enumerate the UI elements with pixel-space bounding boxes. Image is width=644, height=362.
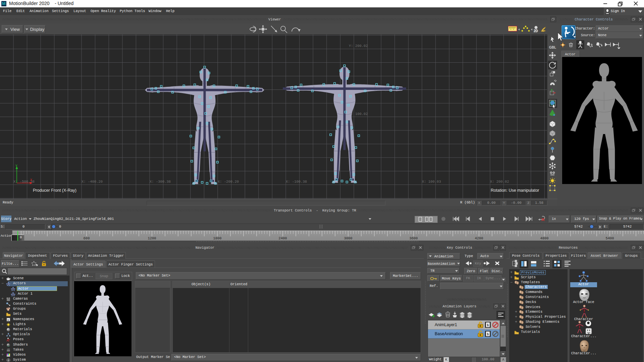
svg-text:2D: 2D — [534, 29, 538, 33]
svg-text:1200: 1200 — [148, 236, 156, 240]
svg-text:5400: 5400 — [605, 236, 614, 240]
svg-text:4200: 4200 — [475, 236, 483, 240]
svg-text:3600: 3600 — [409, 236, 418, 240]
svg-text:GBL: GBL — [549, 46, 556, 49]
svg-text:1800: 1800 — [213, 236, 221, 240]
svg-text:600: 600 — [84, 236, 90, 240]
svg-text:1: 1 — [487, 323, 489, 327]
svg-text:1: 1 — [487, 332, 489, 336]
svg-text:2400: 2400 — [278, 236, 287, 240]
svg-text:4800: 4800 — [540, 236, 548, 240]
svg-text:3000: 3000 — [344, 236, 352, 240]
svg-text:a: a — [7, 318, 9, 321]
